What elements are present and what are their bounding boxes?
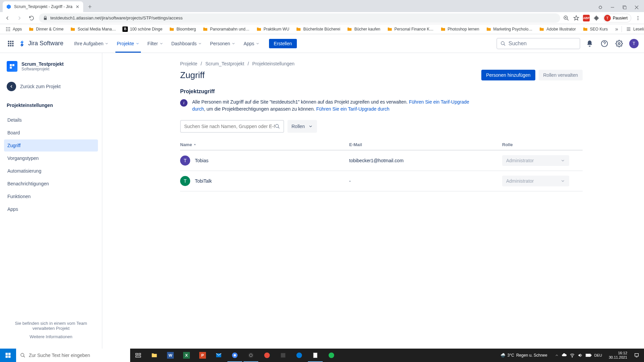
url-field[interactable]: testdeutsch1.atlassian.net/jira/software… [39,13,560,23]
bookmark-item[interactable]: Bücher kaufen [344,25,383,33]
member-search-input[interactable] [180,120,284,133]
tray-chevron-icon[interactable] [555,353,559,357]
mail-icon[interactable] [211,349,227,362]
roles-filter[interactable]: Rollen [287,120,317,133]
nav-people[interactable]: Personen [206,34,239,53]
breadcrumb-item[interactable]: Projekte [180,61,197,66]
bookmark-item[interactable]: B100 schöne Dinge [120,25,165,33]
apps-shortcut[interactable]: Apps [3,25,24,33]
nav-your-work[interactable]: Ihre Aufgaben [70,34,113,53]
svg-point-36 [21,353,24,356]
project-name: Scrum_Testprojekt [21,61,64,67]
sidebar-item-board[interactable]: Board [4,127,98,139]
role-select[interactable]: Administrator [502,176,569,186]
nav-projects[interactable]: Projekte [113,34,143,53]
close-icon[interactable] [75,4,80,9]
col-header-role[interactable]: Rolle [502,142,583,147]
bookmark-item[interactable]: Panoramabahn und… [200,25,252,33]
col-header-name[interactable]: Name [180,142,349,147]
weather-widget[interactable]: 🌧️ 3°C Regen u. Schnee [497,353,551,358]
role-select[interactable]: Administrator [502,155,569,166]
bookmark-item[interactable]: Personal Finance K… [384,25,436,33]
sidebar-item-features[interactable]: Funktionen [4,190,98,202]
excel-icon[interactable]: X [178,349,195,362]
sidebar-item-automation[interactable]: Automatisierung [4,165,98,177]
minimize-button[interactable] [608,3,617,12]
breadcrumb-item[interactable]: Projekteinstellungen [252,61,294,66]
spotify-icon[interactable] [323,349,339,362]
new-tab-button[interactable] [85,2,95,11]
taskbar-search[interactable]: Zur Suche Text hier eingeben [16,349,130,362]
bookmark-item[interactable]: Social Media Mana… [67,25,118,33]
bookmark-item[interactable]: Marketing Psycholo… [483,25,535,33]
sidebar-item-details[interactable]: Details [4,114,98,126]
reading-list[interactable]: Leseliste [623,25,644,33]
forward-button[interactable] [15,13,24,23]
abp-extension-icon[interactable]: ABP [583,15,590,21]
profile-chip[interactable]: T Pausiert [603,14,631,22]
sidebar-more-info-link[interactable]: Weitere Informationen [7,334,95,339]
clock[interactable]: 16:12 30.11.2021 [606,351,630,360]
add-people-button[interactable]: Personen hinzufügen [481,70,535,80]
zoom-icon[interactable] [563,15,570,21]
browser-tab[interactable]: Scrum_Testprojekt - Zugriff - Jira [3,1,83,12]
chrome-icon[interactable] [227,349,243,362]
notepad-icon[interactable] [307,349,323,362]
search-input[interactable]: Suchen [496,38,580,49]
powerpoint-icon[interactable]: P [195,349,211,362]
edge-icon[interactable] [291,349,307,362]
back-button[interactable] [3,13,12,23]
back-to-project[interactable]: Zurück zum Projekt [4,79,98,94]
menu-icon[interactable] [635,15,641,21]
bookmark-item[interactable]: Dinner & Crime [26,25,66,33]
wifi-icon[interactable] [570,353,575,358]
sidebar-item-issue-types[interactable]: Vorgangstypen [4,152,98,164]
svg-rect-23 [10,45,11,46]
sidebar-item-apps[interactable]: Apps [4,203,98,215]
upgrade-link[interactable]: Führen Sie ein Tarif-Upgrade durch [316,106,389,112]
star-icon[interactable] [573,15,580,21]
nav-filters[interactable]: Filter [144,34,167,53]
bookmark-item[interactable]: Praktikum WU [254,25,292,33]
app-icon[interactable] [259,349,275,362]
nav-dashboards[interactable]: Dashboards [167,34,206,53]
bookmark-item[interactable]: Adobe Illustrator [536,25,578,33]
close-window-button[interactable] [632,3,641,12]
manage-roles-button[interactable]: Rollen verwalten [539,70,583,80]
member-search-field[interactable] [184,124,275,129]
obs-icon[interactable] [243,349,259,362]
nav-apps[interactable]: Apps [239,34,264,53]
breadcrumb-item[interactable]: Scrum_Testprojekt [205,61,244,66]
bookmark-item[interactable]: Bücherliste Bücherei [293,25,343,33]
language-indicator[interactable]: DEU [594,353,602,357]
jira-logo[interactable]: Jira Software [19,40,63,47]
battery-icon[interactable] [586,353,592,357]
extensions-icon[interactable] [593,15,600,21]
bookmark-item[interactable]: SEO Kurs [580,25,610,33]
settings-icon[interactable] [614,38,625,49]
reload-button[interactable] [27,13,36,23]
notifications-icon[interactable] [631,353,642,358]
help-icon[interactable] [599,38,610,49]
explorer-icon[interactable] [146,349,162,362]
bookmark-item[interactable]: Bloomberg [166,25,199,33]
app-switcher-icon[interactable] [5,38,16,49]
profile-dot-icon[interactable] [596,3,605,12]
bookmark-item[interactable]: Photoshop lernen [438,25,482,33]
volume-icon[interactable] [578,353,583,358]
sidebar-item-notifications[interactable]: Benachrichtigungen [4,178,98,190]
task-view-icon[interactable] [130,349,146,362]
app-icon[interactable] [275,349,291,362]
bookmark-overflow[interactable]: » [613,25,620,34]
col-header-email[interactable]: E-Mail [349,142,502,147]
start-button[interactable] [0,349,16,362]
word-icon[interactable]: W [162,349,178,362]
project-header[interactable]: Scrum_Testprojekt Softwareprojekt [4,60,98,73]
onedrive-icon[interactable] [561,353,567,358]
svg-rect-38 [139,353,141,355]
maximize-button[interactable] [620,3,629,12]
user-avatar[interactable]: T [629,39,639,48]
sidebar-item-access[interactable]: Zugriff [4,139,98,152]
create-button[interactable]: Erstellen [269,39,297,48]
notifications-icon[interactable] [584,38,595,49]
